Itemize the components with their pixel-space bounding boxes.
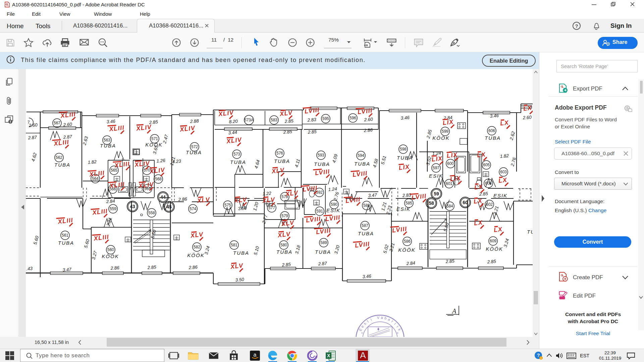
svg-text:.43: .43 — [26, 266, 33, 271]
svg-text:5.10: 5.10 — [253, 246, 260, 256]
svg-text:609: 609 — [490, 239, 496, 243]
svg-text:2.85: 2.85 — [281, 262, 291, 267]
svg-text:583: 583 — [271, 118, 277, 122]
svg-text:2.85: 2.85 — [284, 118, 294, 124]
svg-text:2.60: 2.60 — [28, 122, 38, 128]
svg-text:563: 563 — [104, 138, 110, 142]
svg-text:44: 44 — [160, 194, 166, 200]
svg-text:4.58: 4.58 — [372, 158, 379, 168]
svg-text:5.60: 5.60 — [33, 235, 40, 245]
svg-text:?: ? — [537, 352, 540, 358]
svg-text:ESIK: ESIK — [396, 206, 411, 212]
svg-text:2.84: 2.84 — [106, 198, 115, 204]
svg-text:3.50: 3.50 — [238, 205, 247, 211]
svg-text:60: 60 — [463, 200, 468, 205]
svg-text:602: 602 — [486, 202, 493, 207]
svg-text:TUBA: TUBA — [54, 162, 70, 168]
svg-text:2.47: 2.47 — [162, 134, 169, 144]
svg-text:2.85: 2.85 — [445, 258, 455, 264]
svg-text:598: 598 — [400, 147, 407, 152]
svg-text:a: a — [387, 317, 391, 322]
svg-text:561: 561 — [62, 233, 68, 238]
svg-text:2.87: 2.87 — [28, 135, 37, 140]
svg-text:2.62: 2.62 — [509, 131, 516, 141]
svg-text:1.82: 1.82 — [88, 159, 97, 165]
svg-text:2.85: 2.85 — [487, 259, 496, 264]
svg-text:s: s — [363, 321, 367, 326]
svg-text:573A: 573A — [244, 118, 254, 122]
svg-text:3.47: 3.47 — [368, 192, 377, 198]
svg-text:TUBA: TUBA — [314, 161, 330, 167]
svg-text:586: 586 — [404, 239, 411, 244]
svg-text:595: 595 — [322, 116, 329, 121]
svg-text:5.60: 5.60 — [83, 239, 90, 249]
svg-text:573: 573 — [233, 152, 240, 157]
svg-text:2.60: 2.60 — [63, 122, 72, 127]
svg-text:r: r — [391, 319, 394, 323]
svg-text:TUBA: TUBA — [233, 250, 249, 256]
svg-text:606: 606 — [488, 128, 495, 133]
svg-text:600: 600 — [447, 161, 454, 166]
svg-text:574: 574 — [190, 206, 196, 211]
svg-text:TUBA: TUBA — [186, 149, 202, 155]
svg-text:X: X — [327, 353, 330, 358]
svg-text:2.83: 2.83 — [402, 192, 412, 198]
svg-text:43: 43 — [130, 204, 135, 209]
svg-text:4.09: 4.09 — [331, 154, 338, 164]
svg-text:KÖÖK: KÖÖK — [187, 252, 204, 258]
svg-text:2.88: 2.88 — [190, 118, 199, 124]
svg-text:2.85: 2.85 — [147, 264, 157, 270]
svg-text:58: 58 — [429, 200, 434, 206]
svg-text:2.86: 2.86 — [110, 265, 120, 271]
svg-text:1.22: 1.22 — [262, 191, 272, 196]
svg-text:590: 590 — [331, 202, 337, 207]
svg-text:559: 559 — [110, 206, 116, 211]
svg-text:4.11: 4.11 — [294, 159, 301, 168]
svg-text:KÖÖK: KÖÖK — [102, 253, 119, 259]
svg-text:2.87: 2.87 — [318, 261, 327, 266]
svg-text:TUBA: TUBA — [274, 158, 290, 164]
svg-text:45: 45 — [166, 204, 172, 209]
svg-text:558: 558 — [148, 210, 155, 215]
svg-text:4.62: 4.62 — [31, 152, 38, 162]
svg-text:3.46: 3.46 — [400, 115, 410, 121]
svg-text:TUBA: TUBA — [354, 161, 370, 167]
svg-text:576: 576 — [276, 151, 283, 156]
svg-text:579: 579 — [281, 214, 288, 218]
svg-text:5.51: 5.51 — [380, 155, 387, 165]
svg-text:TUBA: TUBA — [315, 249, 331, 255]
svg-text:2.83: 2.83 — [307, 117, 317, 123]
svg-text:A: A — [451, 307, 457, 315]
svg-text:KÖÖK: KÖÖK — [486, 246, 503, 252]
svg-text:4.64: 4.64 — [254, 159, 261, 169]
svg-text:t: t — [366, 319, 369, 323]
svg-text:E: E — [358, 328, 363, 332]
svg-text:604: 604 — [485, 181, 492, 186]
svg-text:TUBA: TUBA — [58, 240, 74, 246]
svg-text:3.27: 3.27 — [91, 250, 98, 260]
svg-text:596: 596 — [350, 116, 356, 120]
svg-text:3.21: 3.21 — [388, 242, 395, 252]
svg-text:8.20: 8.20 — [229, 119, 238, 124]
svg-text:ESIK: ESIK — [493, 193, 507, 198]
svg-text:1.24: 1.24 — [328, 186, 337, 192]
svg-text:580: 580 — [280, 243, 287, 247]
svg-text:TUBA: TUBA — [397, 155, 413, 161]
svg-text:i: i — [541, 357, 541, 360]
svg-text:1.21: 1.21 — [169, 156, 176, 166]
svg-text:3.24: 3.24 — [204, 245, 211, 255]
svg-text:582: 582 — [194, 245, 200, 249]
svg-text:V: V — [377, 315, 380, 320]
svg-text:2.76: 2.76 — [333, 191, 340, 202]
svg-text:TUBA: TUBA — [230, 159, 246, 165]
svg-text:3.44: 3.44 — [228, 130, 237, 135]
svg-text:?: ? — [575, 23, 578, 29]
svg-text:2.60: 2.60 — [364, 117, 373, 122]
svg-text:3.46: 3.46 — [362, 274, 372, 279]
svg-text:2.84: 2.84 — [406, 260, 415, 266]
svg-text:577: 577 — [268, 205, 275, 210]
svg-text:572: 572 — [191, 144, 198, 149]
svg-text:3.18: 3.18 — [294, 245, 301, 255]
svg-text:2.85: 2.85 — [426, 129, 433, 139]
svg-text:2.86: 2.86 — [363, 127, 373, 133]
